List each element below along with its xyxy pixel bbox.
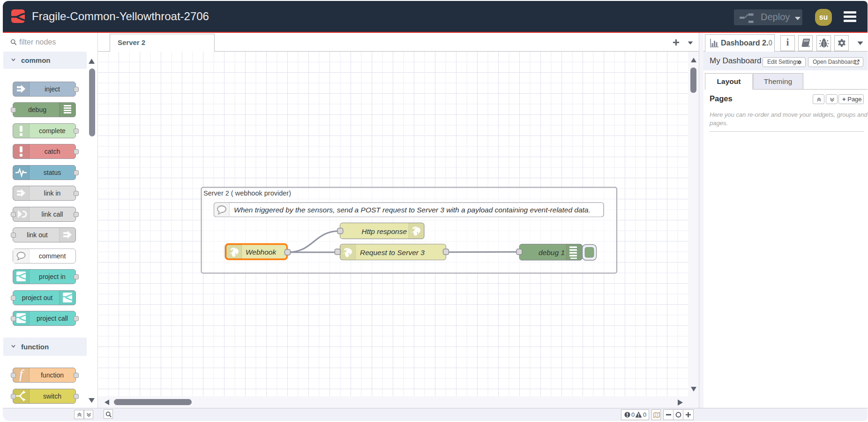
svg-text:debug 1: debug 1	[539, 249, 565, 256]
svg-text:Request to Server 3: Request to Server 3	[360, 249, 425, 256]
svg-text:Server 2 ( webhook provider): Server 2 ( webhook provider)	[203, 189, 291, 197]
svg-text:When triggered by the sensors,: When triggered by the sensors, send a PO…	[234, 206, 591, 214]
svg-text:Http response: Http response	[362, 227, 407, 235]
svg-text:Webhook: Webhook	[246, 248, 277, 256]
